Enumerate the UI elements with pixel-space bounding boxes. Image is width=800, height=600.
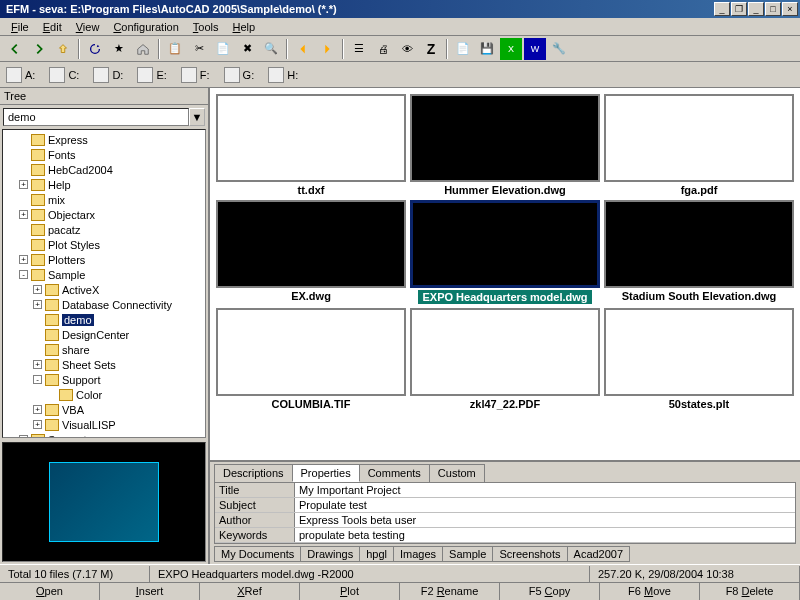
drive-g[interactable]: G:: [224, 67, 255, 83]
fn-button[interactable]: F8 Delete: [700, 583, 800, 600]
tree-item[interactable]: +Help: [5, 177, 203, 192]
thumbnail-item[interactable]: tt.dxf: [216, 94, 406, 196]
delete-button[interactable]: ✖: [236, 38, 258, 60]
prop-value[interactable]: My Important Project: [295, 483, 795, 497]
fn-button[interactable]: Insert: [100, 583, 200, 600]
doc-icon[interactable]: 📄: [452, 38, 474, 60]
prop-value[interactable]: Express Tools beta user: [295, 513, 795, 527]
eye-icon[interactable]: 👁: [396, 38, 418, 60]
tree-toggle[interactable]: +: [33, 420, 42, 429]
fn-button[interactable]: Open: [0, 583, 100, 600]
favorites-button[interactable]: ★: [108, 38, 130, 60]
thumbnail-item[interactable]: EX.dwg: [216, 200, 406, 304]
tree-item[interactable]: +Objectarx: [5, 207, 203, 222]
print-button[interactable]: 🖨: [372, 38, 394, 60]
location-tab[interactable]: Sample: [442, 546, 493, 562]
fn-button[interactable]: XRef: [200, 583, 300, 600]
tree-item[interactable]: demo: [5, 312, 203, 327]
copy-button[interactable]: 📋: [164, 38, 186, 60]
thumbnail-item[interactable]: COLUMBIA.TIF: [216, 308, 406, 410]
tab-descriptions[interactable]: Descriptions: [214, 464, 293, 482]
tree-item[interactable]: pacatz: [5, 222, 203, 237]
tree-item[interactable]: Plot Styles: [5, 237, 203, 252]
tree-toggle[interactable]: +: [33, 405, 42, 414]
tree-item[interactable]: +Support: [5, 432, 203, 438]
menu-view[interactable]: View: [69, 20, 107, 34]
menu-file[interactable]: File: [4, 20, 36, 34]
drive-h[interactable]: H:: [268, 67, 298, 83]
prop-value[interactable]: Propulate test: [295, 498, 795, 512]
thumbnail-item[interactable]: Stadium South Elevation.dwg: [604, 200, 794, 304]
tree-item[interactable]: +ActiveX: [5, 282, 203, 297]
tree-toggle[interactable]: +: [33, 300, 42, 309]
tree-item[interactable]: HebCad2004: [5, 162, 203, 177]
tree-toggle[interactable]: +: [33, 285, 42, 294]
tab-custom[interactable]: Custom: [429, 464, 485, 482]
drive-e[interactable]: E:: [137, 67, 166, 83]
location-tab[interactable]: Acad2007: [567, 546, 631, 562]
forward-button[interactable]: [28, 38, 50, 60]
tree-item[interactable]: Fonts: [5, 147, 203, 162]
tree-toggle[interactable]: +: [19, 435, 28, 438]
tree-item[interactable]: +Database Connectivity: [5, 297, 203, 312]
fn-button[interactable]: Plot: [300, 583, 400, 600]
thumbnail-grid[interactable]: tt.dxfHummer Elevation.dwgfga.pdfEX.dwgE…: [210, 88, 800, 460]
fn-button[interactable]: F2 Rename: [400, 583, 500, 600]
restore-button[interactable]: ❐: [731, 2, 747, 16]
save-icon[interactable]: 💾: [476, 38, 498, 60]
view-button[interactable]: ☰: [348, 38, 370, 60]
drive-a[interactable]: A:: [6, 67, 35, 83]
tree-item[interactable]: +Plotters: [5, 252, 203, 267]
tree-toggle[interactable]: -: [33, 375, 42, 384]
tree-item[interactable]: -Sample: [5, 267, 203, 282]
tab-properties[interactable]: Properties: [292, 464, 360, 482]
refresh-button[interactable]: [84, 38, 106, 60]
tree-toggle[interactable]: -: [19, 270, 28, 279]
tab-comments[interactable]: Comments: [359, 464, 430, 482]
tree-item[interactable]: DesignCenter: [5, 327, 203, 342]
location-tab[interactable]: Screenshots: [492, 546, 567, 562]
tree-item[interactable]: Color: [5, 387, 203, 402]
location-tab[interactable]: Images: [393, 546, 443, 562]
thumbnail-item[interactable]: 50states.plt: [604, 308, 794, 410]
up-button[interactable]: [52, 38, 74, 60]
fn-button[interactable]: F5 Copy: [500, 583, 600, 600]
thumbnail-item[interactable]: Hummer Elevation.dwg: [410, 94, 600, 196]
bolt-icon[interactable]: Z: [420, 38, 442, 60]
find-button[interactable]: 🔍: [260, 38, 282, 60]
tree-toggle[interactable]: +: [19, 255, 28, 264]
paste-button[interactable]: 📄: [212, 38, 234, 60]
location-tab[interactable]: My Documents: [214, 546, 301, 562]
word-icon[interactable]: W: [524, 38, 546, 60]
prop-value[interactable]: propulate beta testing: [295, 528, 795, 542]
thumbnail-item[interactable]: EXPO Headquarters model.dwg: [410, 200, 600, 304]
tree-item[interactable]: share: [5, 342, 203, 357]
close-button[interactable]: ×: [782, 2, 798, 16]
folder-combo[interactable]: [3, 108, 189, 126]
minimize2-button[interactable]: _: [748, 2, 764, 16]
combo-dropdown-button[interactable]: ▼: [189, 108, 205, 126]
thumbnail-item[interactable]: fga.pdf: [604, 94, 794, 196]
nav-right-button[interactable]: [316, 38, 338, 60]
minimize-button[interactable]: _: [714, 2, 730, 16]
tree-toggle[interactable]: +: [19, 180, 28, 189]
excel-icon[interactable]: X: [500, 38, 522, 60]
app-icon[interactable]: 🔧: [548, 38, 570, 60]
tree-item[interactable]: +VisualLISP: [5, 417, 203, 432]
drive-f[interactable]: F:: [181, 67, 210, 83]
menu-tools[interactable]: Tools: [186, 20, 226, 34]
location-tab[interactable]: hpgl: [359, 546, 394, 562]
nav-left-button[interactable]: [292, 38, 314, 60]
tree-item[interactable]: +Sheet Sets: [5, 357, 203, 372]
tree-item[interactable]: mix: [5, 192, 203, 207]
drive-d[interactable]: D:: [93, 67, 123, 83]
back-button[interactable]: [4, 38, 26, 60]
maximize-button[interactable]: □: [765, 2, 781, 16]
tree-item[interactable]: -Support: [5, 372, 203, 387]
cut-button[interactable]: ✂: [188, 38, 210, 60]
tree-toggle[interactable]: +: [19, 210, 28, 219]
tree-item[interactable]: Express: [5, 132, 203, 147]
tree-item[interactable]: +VBA: [5, 402, 203, 417]
home-button[interactable]: [132, 38, 154, 60]
fn-button[interactable]: F6 Move: [600, 583, 700, 600]
